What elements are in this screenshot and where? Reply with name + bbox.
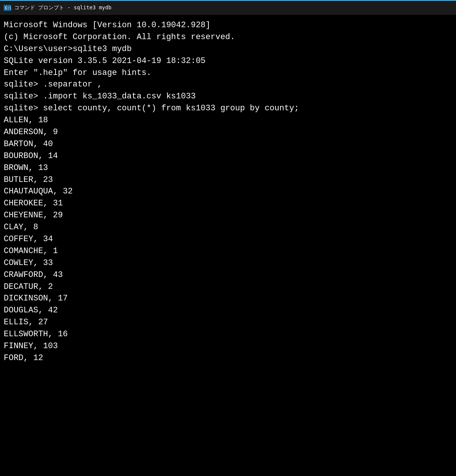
- terminal-line: DECATUR, 2: [4, 281, 452, 293]
- title-bar-text: コマンド プロンプト - sqlite3 mydb: [14, 4, 111, 11]
- terminal-line: sqlite> .separator ,: [4, 79, 452, 91]
- title-bar: C:\ コマンド プロンプト - sqlite3 mydb: [0, 0, 456, 15]
- terminal-line: sqlite> select county, count(*) from ks1…: [4, 103, 452, 114]
- terminal-line: DOUGLAS, 42: [4, 305, 452, 316]
- terminal-line: CHEROKEE, 31: [4, 198, 452, 209]
- terminal-line: sqlite> .import ks_1033_data.csv ks1033: [4, 91, 452, 103]
- terminal-line: ELLSWORTH, 16: [4, 328, 452, 340]
- terminal-line: COMANCHE, 1: [4, 245, 452, 257]
- terminal-line: BARTON, 40: [4, 138, 452, 150]
- terminal-line: CHAUTAUQUA, 32: [4, 186, 452, 198]
- terminal-line: BOURBON, 14: [4, 150, 452, 162]
- svg-text:C:\: C:\: [5, 6, 11, 10]
- terminal-line: CLAY, 8: [4, 221, 452, 233]
- terminal-line: (c) Microsoft Corporation. All rights re…: [4, 31, 452, 43]
- terminal-line: FORD, 12: [4, 352, 452, 364]
- terminal-line: FINNEY, 103: [4, 340, 452, 352]
- terminal-line: ELLIS, 27: [4, 316, 452, 328]
- terminal-line: BROWN, 13: [4, 162, 452, 174]
- terminal-line: COWLEY, 33: [4, 257, 452, 269]
- terminal-line: CHEYENNE, 29: [4, 209, 452, 221]
- title-bar-icon: C:\: [4, 5, 11, 11]
- terminal-line: BUTLER, 23: [4, 174, 452, 186]
- terminal-line: DICKINSON, 17: [4, 293, 452, 305]
- terminal-line: Enter ".help" for usage hints.: [4, 67, 452, 79]
- terminal-line: ALLEN, 18: [4, 114, 452, 126]
- terminal-line: SQLite version 3.35.5 2021-04-19 18:32:0…: [4, 55, 452, 67]
- terminal-body: Microsoft Windows [Version 10.0.19042.92…: [0, 15, 456, 476]
- terminal-line: COFFEY, 34: [4, 233, 452, 245]
- terminal-line: Microsoft Windows [Version 10.0.19042.92…: [4, 19, 452, 31]
- terminal-line: CRAWFORD, 43: [4, 269, 452, 281]
- terminal-line: C:\Users\user>sqlite3 mydb: [4, 43, 452, 55]
- terminal-line: ANDERSON, 9: [4, 126, 452, 138]
